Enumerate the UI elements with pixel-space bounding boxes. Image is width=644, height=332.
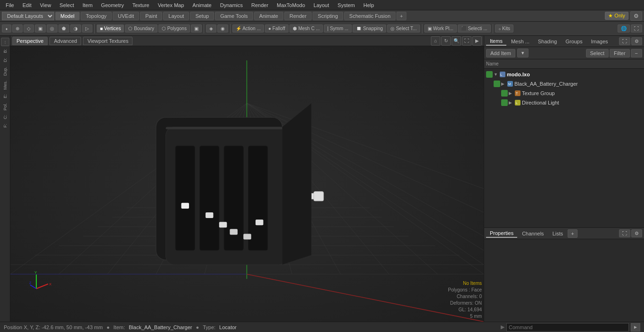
tool-diamond[interactable]: ◇ (24, 24, 34, 32)
add-layout-button[interactable]: + (396, 12, 406, 20)
vp-tab-perspective[interactable]: Perspective (12, 37, 48, 45)
vertices-btn[interactable]: ■ Vertices (97, 24, 124, 32)
tool-square[interactable]: ▣ (35, 24, 46, 32)
menu-system[interactable]: System (334, 1, 359, 9)
item-visibility-btn[interactable] (501, 90, 508, 97)
sidebar-label-c[interactable]: C: (2, 113, 8, 121)
viewport-menu-btn[interactable]: ▶ (472, 36, 482, 46)
viewport[interactable]: Perspective Advanced Viewport Textures ⌂… (10, 36, 484, 322)
prop-panel-expand-btn[interactable]: ⛶ (619, 229, 630, 237)
item-expand-icon[interactable]: ▶ (501, 81, 506, 86)
item-visibility-btn[interactable] (486, 71, 493, 78)
prop-panel-settings-btn[interactable]: ⚙ (631, 229, 642, 237)
menu-layout[interactable]: Layout (310, 1, 333, 9)
work-plane-btn[interactable]: ▣ Work Pl... (424, 24, 457, 32)
selection-btn[interactable]: ⬛ Selecti ... (458, 24, 491, 32)
vp-tab-viewport-textures[interactable]: Viewport Textures (83, 37, 132, 45)
viewport-fullscreen-btn[interactable]: ⛶ (462, 36, 471, 46)
tab-game-tools[interactable]: Game Tools (215, 12, 253, 20)
tool-halfcircle[interactable]: ◑ (70, 24, 81, 32)
prop-tab-lists[interactable]: Lists (549, 230, 567, 237)
tool-expand[interactable]: ⛶ (631, 24, 642, 32)
sidebar-label-f[interactable]: F: (2, 122, 8, 130)
add-item-button[interactable]: Add Item (486, 49, 515, 57)
polygons-btn[interactable]: ⬡ Polygons (158, 24, 190, 32)
vp-tab-advanced[interactable]: Advanced (50, 37, 81, 45)
sidebar-label-e[interactable]: E: (2, 92, 8, 100)
prop-tab-channels[interactable]: Channels (518, 230, 547, 237)
item-expand-icon[interactable]: ▶ (509, 91, 513, 96)
tab-model[interactable]: Model (55, 12, 80, 20)
command-submit-btn[interactable]: ► (631, 323, 640, 332)
tab-animate[interactable]: Animate (254, 12, 283, 20)
items-tab-shading[interactable]: Shading (534, 38, 561, 45)
layout-dropdown[interactable]: Default Layouts (2, 12, 54, 20)
menu-maxtomodo[interactable]: MaxToModo (273, 1, 309, 9)
sidebar-label-d[interactable]: D: (2, 56, 8, 64)
kits-btn[interactable]: ⬦ Kits (495, 24, 513, 32)
menu-view[interactable]: View (36, 1, 55, 9)
viewport-rotate-btn[interactable]: ↻ (441, 36, 451, 46)
items-filter-btn[interactable]: Filter (610, 49, 629, 57)
items-tab-images[interactable]: Images (587, 38, 611, 45)
tab-schematic-fusion[interactable]: Schematic Fusion (344, 12, 396, 20)
sidebar-label-dup[interactable]: Dup. (2, 65, 8, 78)
item-visibility-btn[interactable] (494, 81, 500, 87)
sidebar-label-mes[interactable]: Mes. (2, 79, 8, 92)
sidebar-dots[interactable]: ⋮ (1, 38, 9, 46)
viewport-home-btn[interactable]: ⌂ (431, 36, 440, 46)
mesh-btn[interactable]: ⬢ Mesh C ... (289, 24, 323, 32)
list-item[interactable]: ▼ L modo.lxo (484, 70, 644, 79)
tool-pentagon[interactable]: ⬟ (58, 24, 69, 32)
list-item[interactable]: ▶ M Black_AA_Battery_Charger (484, 79, 644, 89)
tool-crosshair[interactable]: ⊕ (12, 24, 23, 32)
falloff-btn[interactable]: ● Falloff (265, 24, 289, 32)
menu-geometry[interactable]: Geometry (97, 1, 127, 9)
tab-paint[interactable]: Paint (140, 12, 162, 20)
items-tab-items[interactable]: Items (486, 37, 506, 46)
viewport-zoom-btn[interactable]: 🔍 (452, 36, 461, 46)
item-expand-icon[interactable]: ▶ (509, 100, 513, 105)
tab-render[interactable]: Render (284, 12, 312, 20)
tab-scripting[interactable]: Scripting (313, 12, 343, 20)
menu-help[interactable]: Help (360, 1, 378, 9)
sidebar-label-b[interactable]: B: (2, 47, 8, 55)
items-panel-expand-btn[interactable]: ⛶ (619, 37, 630, 45)
item-visibility-btn[interactable] (501, 99, 508, 106)
items-select-btn[interactable]: Select (586, 49, 609, 57)
snapping-btn[interactable]: 🔲 Snapping (353, 24, 386, 32)
menu-item[interactable]: Item (79, 1, 96, 9)
action-btn[interactable]: ⚡ Action ... (232, 24, 264, 32)
menu-animate[interactable]: Animate (189, 1, 215, 9)
sidebar-label-pol[interactable]: Pol. (2, 101, 8, 113)
select-t-btn[interactable]: ◎ Select T... (387, 24, 420, 32)
menu-select[interactable]: Select (56, 1, 78, 9)
tool-eye2[interactable]: ◉ (217, 24, 228, 32)
menu-file[interactable]: File (2, 1, 18, 9)
items-tab-groups[interactable]: Groups (561, 38, 586, 45)
items-panel-settings-btn[interactable]: ⚙ (631, 37, 642, 45)
menu-texture[interactable]: Texture (129, 1, 153, 9)
items-tab-mesh[interactable]: Mesh ... (507, 38, 533, 45)
item-expand-icon[interactable]: ▼ (494, 72, 498, 77)
list-item[interactable]: ▶ L Directional Light (484, 98, 644, 107)
tool-eye[interactable]: ◈ (206, 24, 216, 32)
tool-square2[interactable]: ▣ (191, 24, 202, 32)
tab-setup[interactable]: Setup (190, 12, 214, 20)
tab-layout[interactable]: Layout (163, 12, 189, 20)
items-minus-btn[interactable]: − (631, 49, 642, 57)
prop-tab-properties[interactable]: Properties (486, 229, 517, 238)
select-tool-btn[interactable]: ⬧ (2, 24, 11, 32)
list-item[interactable]: ▶ T Texture Group (484, 89, 644, 98)
settings-icon[interactable]: ⚙ (630, 11, 642, 21)
symm-btn[interactable]: | Symm ... (324, 24, 352, 32)
command-input[interactable] (506, 323, 629, 332)
star-only-label[interactable]: ★ Only (605, 12, 628, 20)
menu-dynamics[interactable]: Dynamics (216, 1, 247, 9)
menu-edit[interactable]: Edit (19, 1, 35, 9)
boundary-btn[interactable]: ⬠ Boundary (125, 24, 157, 32)
menu-render[interactable]: Render (248, 1, 272, 9)
add-item-dropdown-btn[interactable]: ▾ (517, 49, 528, 57)
tab-topology[interactable]: Topology (81, 12, 112, 20)
tool-circle[interactable]: ◎ (47, 24, 58, 32)
